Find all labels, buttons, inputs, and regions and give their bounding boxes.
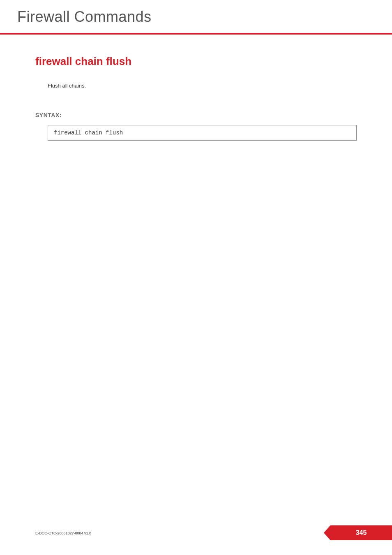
syntax-code-box: firewall chain flush	[48, 125, 357, 141]
page-number: 345	[356, 529, 367, 536]
content-area: firewall chain flush Flush all chains. S…	[0, 35, 392, 141]
syntax-label: SYNTAX:	[35, 112, 357, 118]
page-number-tab: 345	[330, 525, 392, 540]
command-description: Flush all chains.	[48, 83, 357, 89]
section-title: firewall chain flush	[35, 55, 357, 68]
page-title: Firewall Commands	[0, 0, 392, 25]
footer-doc-id: E-DOC-CTC-20061027-0004 v1.0	[35, 531, 91, 535]
